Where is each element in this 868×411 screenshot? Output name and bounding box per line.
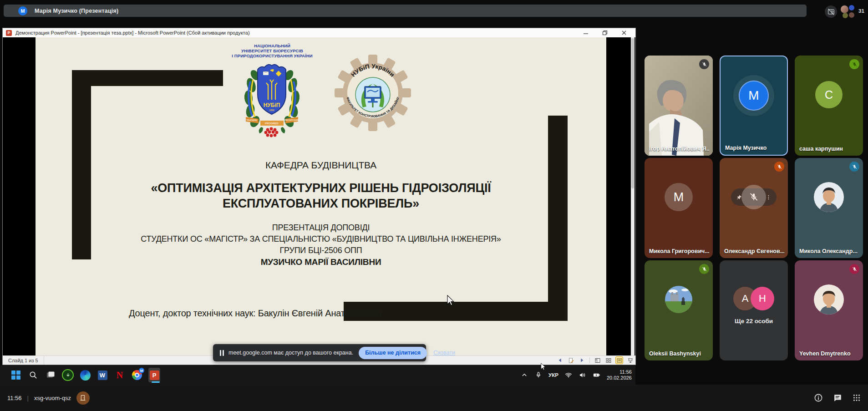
tray-chevron-up-icon[interactable] [520,371,528,379]
stop-sharing-button[interactable]: Більше не ділитися [359,347,427,359]
overflow-participants-tile[interactable]: A H Ще 22 особи [720,260,788,360]
close-button[interactable] [621,30,627,36]
search-icon [28,370,38,380]
mic-off-icon [852,61,858,67]
university-emblem: НУБіП 1898 TRADERE PROGREDI PROSPICERE [241,59,303,138]
taskbar-netflix-button[interactable]: N [114,369,126,381]
mic-muted-badge [699,264,709,274]
language-indicator[interactable]: УКР [548,372,558,378]
task-view-icon [45,370,56,381]
tile-mute-indicator[interactable] [741,185,766,209]
mic-muted-badge [849,162,859,172]
taskbar-search-button[interactable] [27,369,39,381]
faculty-gear-logo: НУБіП України ФАКУЛЬТЕТ КОНСТРУЮВАННЯ ТА… [334,54,412,132]
tray-microphone-icon[interactable] [534,371,543,379]
participant-tile[interactable]: Ігор Анатолійович Я... [645,56,713,156]
participant-tile[interactable]: M Микола Григорович... [645,158,713,258]
slide-subtitle: ПРЕЗЕНТАЦІЯ ДОПОВІДІ СТУДЕНТКИ ОС «МАГІС… [36,222,606,268]
minimize-button[interactable] [583,30,589,36]
restore-button[interactable] [602,30,608,36]
participant-avatar [849,5,854,10]
taskbar-chrome-button[interactable]: M [131,369,143,381]
participant-name: Oleksii Bashynskyi [649,350,701,357]
taskbar-powerpoint-button[interactable]: P [148,369,160,381]
normal-view-icon [595,358,600,363]
participant-tile[interactable]: Oleksii Bashynskyi [645,260,713,360]
svg-text:НУБіП: НУБіП [264,102,280,108]
powerpoint-window: P Демонстрация PowerPoint - [презентація… [3,28,635,365]
door-icon [79,394,86,401]
powerpoint-slide-area: НАЦІОНАЛЬНИЙ УНІВЕРСИТЕТ БІОРЕСУРСІВ І П… [3,37,635,356]
chat-icon[interactable] [832,393,843,403]
slide-department: КАФЕДРА БУДІВНИЦТВА [36,160,606,171]
mic-muted-badge [699,59,709,69]
battery-icon[interactable] [593,371,601,379]
participant-tile[interactable]: Микола Олександр... [795,158,863,258]
slide-advisor: Доцент, доктор технічних наук: Бакулін Є… [129,308,381,319]
participants-avatar-stack[interactable] [840,5,858,18]
participant-tile[interactable]: С саша карпушин [795,56,863,156]
mouse-cursor [447,295,457,305]
pen-menu-button[interactable] [568,357,574,364]
powerpoint-active-tile: P [148,368,160,382]
activities-icon[interactable] [852,393,862,403]
hide-notification-link[interactable]: Сховати [433,350,455,356]
participant-count: 31 [858,8,864,14]
meet-screen: М Марія Музичко (Презентація) 31 P Демон… [0,0,868,411]
mic-off-icon [852,164,858,170]
powerpoint-icon: P [150,370,159,380]
participant-tile[interactable]: Yevhen Dmytrenko [795,260,863,360]
participant-name: Олександр Євгенов... [724,248,784,254]
svg-text:PROGREDI: PROGREDI [265,122,279,125]
slide-sorter-icon [606,358,611,363]
meeting-details-icon[interactable] [813,393,823,403]
reading-view-button[interactable] [616,357,623,364]
mic-muted-badge [849,264,859,274]
change-layout-button[interactable] [825,5,837,18]
presenter-avatar: М [18,6,27,15]
participant-tile-hovered[interactable]: Олександр Євгенов... [720,158,788,258]
pen-icon [569,358,574,363]
slide-title: «ОПТИМІЗАЦІЯ АРХІТЕКТУРНИХ РІШЕНЬ ГІДРОІ… [36,180,606,211]
taskbar-edge-button[interactable] [79,369,91,381]
chrome-profile-badge: M [139,368,144,373]
wifi-icon[interactable] [564,371,573,379]
taskbar-driver-app-button[interactable] [62,369,74,381]
normal-view-button[interactable] [594,357,601,364]
layout-off-icon [827,8,835,16]
edge-icon [80,370,91,381]
overflow-avatars: A H [720,287,788,310]
slide-canvas[interactable]: НАЦІОНАЛЬНИЙ УНІВЕРСИТЕТ БІОРЕСУРСІВ І П… [36,37,606,356]
participant-tile-speaking[interactable]: M Марія Музичко [720,56,788,156]
driver-app-icon [62,369,74,381]
more-participants-label: Ще 22 особи [720,318,788,325]
slide-decoration-bar [548,116,568,321]
slide-decoration-bar [72,70,223,86]
volume-icon[interactable] [579,371,587,379]
task-view-button[interactable] [45,369,56,381]
previous-slide-button[interactable] [557,357,563,364]
slide-scrollbar[interactable] [631,37,635,356]
participant-name: Yevhen Dmytrenko [799,350,851,357]
meeting-time: 11:56 [7,395,22,401]
mouse-cursor [541,363,548,370]
participant-name: Микола Олександр... [799,248,858,254]
meeting-room-button[interactable] [76,391,90,405]
participant-avatar [841,5,848,13]
taskbar-clock[interactable]: 11:56 20.02.2026 [607,369,632,381]
svg-text:PROSPICERE: PROSPICERE [284,119,299,122]
svg-text:TRADERE: TRADERE [246,119,258,122]
start-button[interactable] [10,369,22,381]
mic-muted-badge [774,162,784,172]
share-message: meet.google.com має доступ до вашого екр… [228,350,353,356]
powerpoint-titlebar[interactable]: P Демонстрация PowerPoint - [презентація… [3,28,635,38]
slideshow-view-button[interactable] [627,357,634,364]
word-icon: W [98,370,107,380]
slide-sorter-view-button[interactable] [605,357,612,364]
powerpoint-app-icon: P [6,30,12,36]
pause-sharing-icon[interactable] [220,350,224,356]
taskbar-word-button[interactable]: W [96,369,108,381]
next-slide-button[interactable] [579,357,585,364]
tile-more-options-icon[interactable] [765,194,772,201]
presentation-banner: М Марія Музичко (Презентація) [4,5,807,17]
